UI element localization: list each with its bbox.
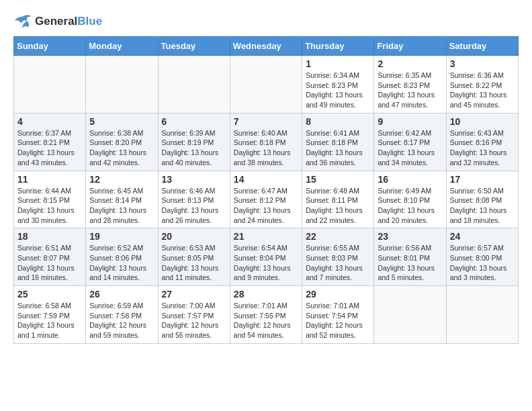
logo-text: GeneralBlue: [35, 15, 102, 28]
day-info: Sunrise: 6:37 AMSunset: 8:21 PMDaylight:…: [17, 128, 82, 168]
day-number: 28: [234, 289, 298, 300]
calendar-cell: [374, 286, 446, 344]
calendar-cell: 4Sunrise: 6:37 AMSunset: 8:21 PMDaylight…: [14, 113, 86, 171]
day-number: 3: [450, 58, 515, 69]
day-info: Sunrise: 6:40 AMSunset: 8:18 PMDaylight:…: [234, 128, 298, 168]
calendar-cell: 27Sunrise: 7:00 AMSunset: 7:57 PMDayligh…: [158, 286, 230, 344]
day-info: Sunrise: 6:35 AMSunset: 8:23 PMDaylight:…: [378, 71, 442, 110]
calendar-week-row: 25Sunrise: 6:58 AMSunset: 7:59 PMDayligh…: [14, 286, 519, 344]
day-info: Sunrise: 6:52 AMSunset: 8:06 PMDaylight:…: [89, 243, 154, 283]
day-info: Sunrise: 6:57 AMSunset: 8:00 PMDaylight:…: [450, 243, 515, 283]
day-info: Sunrise: 6:48 AMSunset: 8:11 PMDaylight:…: [306, 186, 370, 226]
header-saturday: Saturday: [446, 37, 518, 56]
day-number: 29: [306, 289, 370, 300]
day-number: 18: [17, 231, 82, 242]
day-number: 8: [306, 116, 370, 127]
day-number: 4: [17, 116, 82, 127]
day-number: 19: [89, 231, 154, 242]
header-friday: Friday: [374, 37, 446, 56]
calendar-cell: [86, 56, 158, 113]
calendar-cell: 15Sunrise: 6:48 AMSunset: 8:11 PMDayligh…: [302, 171, 374, 228]
day-number: 11: [17, 174, 82, 185]
day-info: Sunrise: 7:01 AMSunset: 7:55 PMDaylight:…: [234, 301, 298, 340]
calendar-table: SundayMondayTuesdayWednesdayThursdayFrid…: [13, 36, 519, 344]
calendar-cell: 5Sunrise: 6:38 AMSunset: 8:20 PMDaylight…: [86, 113, 158, 171]
calendar-cell: 13Sunrise: 6:46 AMSunset: 8:13 PMDayligh…: [158, 171, 230, 228]
day-number: 9: [378, 116, 442, 127]
day-info: Sunrise: 6:54 AMSunset: 8:04 PMDaylight:…: [234, 243, 298, 283]
day-number: 15: [306, 174, 370, 185]
day-number: 14: [234, 174, 298, 185]
day-info: Sunrise: 6:47 AMSunset: 8:12 PMDaylight:…: [234, 186, 298, 226]
calendar-cell: 3Sunrise: 6:36 AMSunset: 8:22 PMDaylight…: [446, 56, 518, 113]
day-number: 27: [162, 289, 226, 300]
calendar-cell: 12Sunrise: 6:45 AMSunset: 8:14 PMDayligh…: [86, 171, 158, 228]
header-monday: Monday: [86, 37, 158, 56]
calendar-cell: 26Sunrise: 6:59 AMSunset: 7:58 PMDayligh…: [86, 286, 158, 344]
calendar-cell: 25Sunrise: 6:58 AMSunset: 7:59 PMDayligh…: [14, 286, 86, 344]
header-sunday: Sunday: [14, 37, 86, 56]
calendar-cell: 16Sunrise: 6:49 AMSunset: 8:10 PMDayligh…: [374, 171, 446, 228]
day-info: Sunrise: 6:45 AMSunset: 8:14 PMDaylight:…: [89, 186, 154, 226]
day-info: Sunrise: 6:55 AMSunset: 8:03 PMDaylight:…: [306, 243, 370, 283]
calendar-week-row: 11Sunrise: 6:44 AMSunset: 8:15 PMDayligh…: [14, 171, 519, 228]
calendar-cell: 2Sunrise: 6:35 AMSunset: 8:23 PMDaylight…: [374, 56, 446, 113]
header-tuesday: Tuesday: [158, 37, 230, 56]
day-info: Sunrise: 6:56 AMSunset: 8:01 PMDaylight:…: [378, 243, 442, 283]
day-number: 22: [306, 231, 370, 242]
day-number: 25: [17, 289, 82, 300]
day-number: 20: [162, 231, 226, 242]
calendar-cell: 17Sunrise: 6:50 AMSunset: 8:08 PMDayligh…: [446, 171, 518, 228]
day-number: 5: [89, 116, 154, 127]
day-info: Sunrise: 6:44 AMSunset: 8:15 PMDaylight:…: [17, 186, 82, 226]
day-number: 1: [306, 58, 370, 69]
day-number: 16: [378, 174, 442, 185]
day-info: Sunrise: 6:59 AMSunset: 7:58 PMDaylight:…: [89, 301, 154, 340]
calendar-cell: 14Sunrise: 6:47 AMSunset: 8:12 PMDayligh…: [230, 171, 302, 228]
calendar-cell: 6Sunrise: 6:39 AMSunset: 8:19 PMDaylight…: [158, 113, 230, 171]
calendar-cell: 8Sunrise: 6:41 AMSunset: 8:18 PMDaylight…: [302, 113, 374, 171]
day-number: 13: [162, 174, 226, 185]
calendar-cell: 28Sunrise: 7:01 AMSunset: 7:55 PMDayligh…: [230, 286, 302, 344]
day-number: 6: [162, 116, 226, 127]
day-number: 23: [378, 231, 442, 242]
header-wednesday: Wednesday: [230, 37, 302, 56]
calendar-cell: 7Sunrise: 6:40 AMSunset: 8:18 PMDaylight…: [230, 113, 302, 171]
day-number: 12: [89, 174, 154, 185]
calendar-cell: 11Sunrise: 6:44 AMSunset: 8:15 PMDayligh…: [14, 171, 86, 228]
calendar-cell: 29Sunrise: 7:01 AMSunset: 7:54 PMDayligh…: [302, 286, 374, 344]
logo: GeneralBlue: [13, 13, 102, 30]
day-info: Sunrise: 6:36 AMSunset: 8:22 PMDaylight:…: [450, 71, 515, 110]
day-info: Sunrise: 6:34 AMSunset: 8:23 PMDaylight:…: [306, 71, 370, 110]
day-info: Sunrise: 6:42 AMSunset: 8:17 PMDaylight:…: [378, 128, 442, 168]
calendar-cell: 22Sunrise: 6:55 AMSunset: 8:03 PMDayligh…: [302, 228, 374, 286]
calendar-cell: [230, 56, 302, 113]
calendar-cell: 1Sunrise: 6:34 AMSunset: 8:23 PMDaylight…: [302, 56, 374, 113]
calendar-cell: [14, 56, 86, 113]
calendar-cell: 9Sunrise: 6:42 AMSunset: 8:17 PMDaylight…: [374, 113, 446, 171]
calendar-header-row: SundayMondayTuesdayWednesdayThursdayFrid…: [14, 37, 519, 56]
calendar-week-row: 4Sunrise: 6:37 AMSunset: 8:21 PMDaylight…: [14, 113, 519, 171]
day-info: Sunrise: 6:51 AMSunset: 8:07 PMDaylight:…: [17, 243, 82, 283]
calendar-cell: 21Sunrise: 6:54 AMSunset: 8:04 PMDayligh…: [230, 228, 302, 286]
calendar-cell: [446, 286, 518, 344]
calendar-cell: 18Sunrise: 6:51 AMSunset: 8:07 PMDayligh…: [14, 228, 86, 286]
day-info: Sunrise: 6:43 AMSunset: 8:16 PMDaylight:…: [450, 128, 515, 168]
day-info: Sunrise: 6:49 AMSunset: 8:10 PMDaylight:…: [378, 186, 442, 226]
day-info: Sunrise: 6:39 AMSunset: 8:19 PMDaylight:…: [162, 128, 226, 168]
calendar-cell: [158, 56, 230, 113]
day-number: 26: [89, 289, 154, 300]
day-info: Sunrise: 7:01 AMSunset: 7:54 PMDaylight:…: [306, 301, 370, 340]
day-info: Sunrise: 6:46 AMSunset: 8:13 PMDaylight:…: [162, 186, 226, 226]
page-header: GeneralBlue: [13, 13, 519, 30]
header-thursday: Thursday: [302, 37, 374, 56]
day-info: Sunrise: 6:50 AMSunset: 8:08 PMDaylight:…: [450, 186, 515, 226]
day-number: 21: [234, 231, 298, 242]
day-number: 17: [450, 174, 515, 185]
day-number: 7: [234, 116, 298, 127]
calendar-cell: 19Sunrise: 6:52 AMSunset: 8:06 PMDayligh…: [86, 228, 158, 286]
logo-icon: [13, 13, 32, 30]
day-info: Sunrise: 6:41 AMSunset: 8:18 PMDaylight:…: [306, 128, 370, 168]
calendar-week-row: 18Sunrise: 6:51 AMSunset: 8:07 PMDayligh…: [14, 228, 519, 286]
day-info: Sunrise: 6:53 AMSunset: 8:05 PMDaylight:…: [162, 243, 226, 283]
